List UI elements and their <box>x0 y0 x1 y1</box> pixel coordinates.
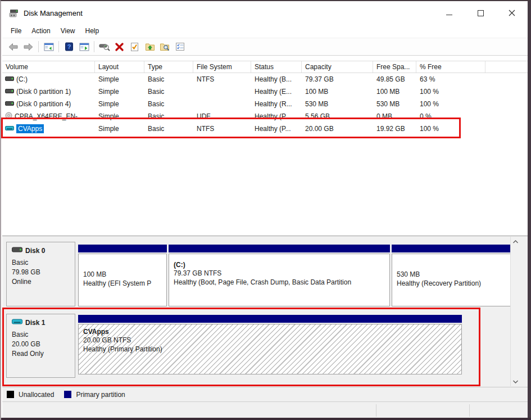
column-header-empty <box>485 61 529 73</box>
menu-action[interactable]: Action <box>26 25 55 37</box>
cell-free-space: 530 MB <box>373 100 416 108</box>
cell-status: Healthy (R... <box>251 100 302 108</box>
status-bar-divider <box>376 404 376 417</box>
delete-volume-icon[interactable] <box>112 40 126 54</box>
rescan-disks-icon[interactable] <box>97 40 111 54</box>
cell-file-system: NTFS <box>193 75 251 83</box>
annotation-rectangle-cvapps-row <box>1 118 461 138</box>
column-header-capacity[interactable]: Capacity <box>302 61 373 73</box>
cell-status: Healthy (B... <box>251 75 302 83</box>
menu-bar: File Action View Help <box>2 24 528 38</box>
cell-capacity: 100 MB <box>302 88 373 96</box>
check-document-icon[interactable] <box>128 40 142 54</box>
disk-name: Disk 0 <box>25 247 45 255</box>
volume-table-header: Volume Layout Type File System Status Ca… <box>2 61 529 73</box>
column-header-type[interactable]: Type <box>144 61 193 73</box>
disk-management-window: Disk Management File Action View Help <box>0 0 531 420</box>
volume-disk-icon <box>5 100 14 108</box>
table-row[interactable]: (Disk 0 partition 1) Simple Basic Health… <box>2 85 529 98</box>
cell-layout: Simple <box>95 88 144 96</box>
partition-size: 530 MB <box>397 270 515 279</box>
vertical-scrollbar[interactable] <box>510 237 520 386</box>
volume-disk-icon <box>5 75 14 83</box>
disk-icon <box>12 246 22 255</box>
legend-bar: Unallocated Primary partition <box>2 387 529 401</box>
scroll-down-icon[interactable] <box>511 377 520 386</box>
cell-capacity: 79.37 GB <box>302 75 373 83</box>
column-header-status[interactable]: Status <box>251 61 302 73</box>
cell-type: Basic <box>144 88 193 96</box>
minimize-icon[interactable] <box>433 2 465 24</box>
partition-status: Healthy (EFI System P <box>83 279 166 288</box>
volume-name: (Disk 0 partition 4) <box>16 100 71 108</box>
volume-name: (C:) <box>16 75 28 83</box>
partition-status: Healthy (Recovery Partition) <box>397 279 515 288</box>
close-icon[interactable] <box>496 2 528 24</box>
partition-recovery[interactable]: 530 MB Healthy (Recovery Partition) <box>392 245 515 306</box>
menu-view[interactable]: View <box>56 25 80 37</box>
status-bar-divider <box>469 404 470 417</box>
column-header-free-space[interactable]: Free Spa... <box>373 61 416 73</box>
partition-size: 100 MB <box>83 270 166 279</box>
column-header-layout[interactable]: Layout <box>95 61 144 73</box>
disk-type: Basic <box>12 258 75 268</box>
legend-label-unallocated: Unallocated <box>19 391 54 399</box>
show-action-pane-icon[interactable] <box>77 40 91 54</box>
legend-label-primary-partition: Primary partition <box>76 391 125 399</box>
cell-pct-free: 100 % <box>416 100 485 108</box>
cell-type: Basic <box>144 100 193 108</box>
toolbar: ? <box>2 38 528 56</box>
title-bar: Disk Management <box>2 2 528 24</box>
help-icon[interactable]: ? <box>62 40 76 54</box>
volume-name: (Disk 0 partition 1) <box>16 88 71 96</box>
cell-type: Basic <box>144 75 193 83</box>
partition-label: (C:) <box>174 261 389 269</box>
window-title: Disk Management <box>24 9 83 17</box>
disk-size: 79.98 GB <box>12 268 75 277</box>
partition-color-bar <box>392 245 515 252</box>
unallocated-swatch <box>7 391 14 398</box>
primary-partition-swatch <box>64 391 71 398</box>
window-right-border <box>528 1 531 420</box>
toolbar-separator <box>94 41 94 52</box>
toolbar-separator <box>38 41 39 52</box>
maximize-icon[interactable] <box>465 2 496 24</box>
menu-help[interactable]: Help <box>80 25 105 37</box>
folder-up-icon[interactable] <box>143 40 157 54</box>
cell-pct-free: 63 % <box>416 75 485 83</box>
properties-list-icon[interactable] <box>173 40 187 54</box>
annotation-rectangle-disk-1 <box>2 308 480 386</box>
disk-0-row: Disk 0 Basic 79.98 GB Online 100 MB Heal… <box>2 241 529 308</box>
partition-efi[interactable]: 100 MB Healthy (EFI System P <box>78 245 167 306</box>
volume-disk-icon <box>5 88 14 96</box>
back-icon[interactable] <box>6 40 20 54</box>
window-bottom-border <box>1 418 531 420</box>
partition-status: Healthy (Boot, Page File, Crash Dump, Ba… <box>174 278 389 287</box>
table-row[interactable]: (Disk 0 partition 4) Simple Basic Health… <box>2 98 529 110</box>
disk-0-label-box[interactable]: Disk 0 Basic 79.98 GB Online <box>6 242 75 306</box>
volume-list-pane: Volume Layout Type File System Status Ca… <box>2 56 529 236</box>
folder-find-icon[interactable] <box>158 40 172 54</box>
forward-icon[interactable] <box>21 40 35 54</box>
cell-capacity: 530 MB <box>302 100 373 108</box>
svg-text:?: ? <box>67 43 71 50</box>
partition-c-drive[interactable]: (C:) 79.37 GB NTFS Healthy (Boot, Page F… <box>169 245 390 306</box>
cell-free-space: 100 MB <box>373 88 416 96</box>
show-console-tree-icon[interactable] <box>42 40 56 54</box>
column-header-file-system[interactable]: File System <box>193 61 251 73</box>
disk-state: Online <box>12 277 75 287</box>
table-row[interactable]: (C:) Simple Basic NTFS Healthy (B... 79.… <box>2 73 529 85</box>
status-bar <box>2 401 529 419</box>
column-header-volume[interactable]: Volume <box>2 61 95 73</box>
cell-status: Healthy (E... <box>251 88 302 96</box>
partition-size: 79.37 GB NTFS <box>174 269 389 278</box>
menu-file[interactable]: File <box>6 25 26 37</box>
cell-pct-free: 100 % <box>416 88 485 96</box>
cell-free-space: 49.85 GB <box>373 75 416 83</box>
partition-color-bar <box>78 245 167 252</box>
cell-layout: Simple <box>95 75 144 83</box>
column-header-pct-free[interactable]: % Free <box>416 61 485 73</box>
disk-drive-icon <box>9 8 19 17</box>
partition-color-bar <box>169 245 390 252</box>
scroll-up-icon[interactable] <box>511 237 520 246</box>
